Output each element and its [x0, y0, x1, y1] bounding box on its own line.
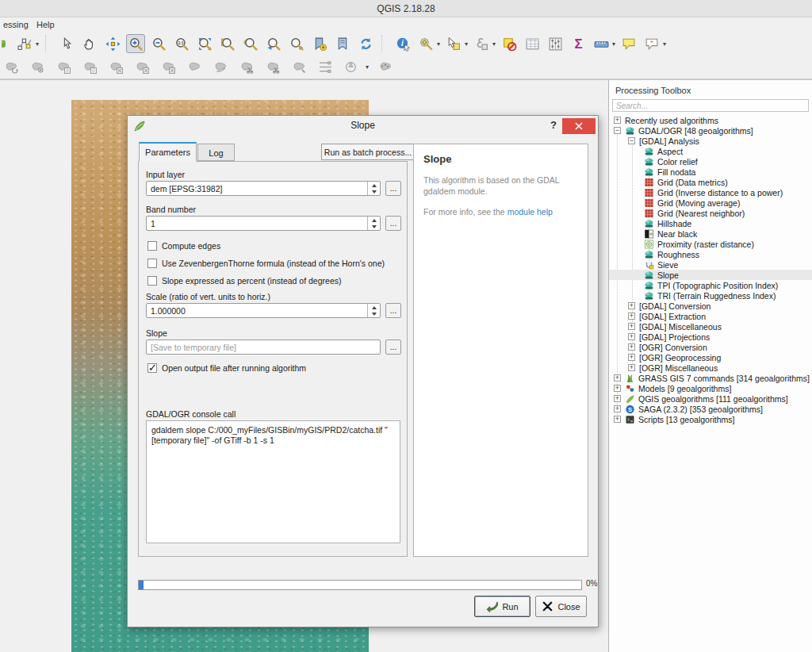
toolbox-tree-item[interactable]: +[GDAL] Conversion [609, 301, 812, 311]
dropdown-caret-icon[interactable]: ▾ [492, 40, 496, 48]
zoom-layer-icon[interactable] [218, 34, 237, 53]
close-button[interactable]: Close [535, 596, 587, 617]
refresh-icon[interactable] [356, 34, 375, 53]
toolbox-tree-item[interactable]: Slope [609, 270, 812, 280]
run-as-batch-button[interactable]: Run as batch process... [321, 144, 415, 160]
percent-row[interactable]: Slope expressed as percent (instead of d… [147, 276, 341, 286]
compute-edges-checkbox[interactable] [147, 241, 157, 251]
identify-icon[interactable]: i [393, 34, 412, 53]
toolbox-tree-item[interactable]: +Models [9 geoalgorithms] [609, 383, 812, 393]
spinner-arrows-icon[interactable] [367, 182, 380, 195]
spinner-arrows-icon[interactable] [367, 304, 380, 317]
zoom-selection-icon[interactable] [241, 34, 260, 53]
toolbox-tree-item[interactable]: −[GDAL] Analysis [609, 136, 812, 146]
toolbox-tree-item[interactable]: +Recently used algorithms [609, 115, 812, 125]
toolbox-tree-item[interactable]: −GDAL/OGR [48 geoalgorithms] [609, 125, 812, 136]
dropdown-caret-icon[interactable]: ▾ [465, 40, 468, 48]
toolbox-tree-item[interactable]: Sieve [609, 259, 812, 270]
collapse-minus-icon[interactable]: − [628, 137, 635, 144]
toolbox-tree-item[interactable]: Roughness [609, 249, 812, 259]
toolbox-tree-item[interactable]: +[OGR] Miscellaneous [609, 362, 812, 373]
tab-log[interactable]: Log [197, 144, 235, 161]
open-output-checkbox[interactable] [147, 363, 157, 373]
toolbox-tree-item[interactable]: +[OGR] Conversion [609, 342, 812, 352]
scale-browse-button[interactable]: ... [385, 303, 401, 318]
toolbox-tree-item[interactable]: Color relief [609, 156, 812, 167]
zoom-last-icon[interactable] [264, 34, 283, 53]
expand-plus-icon[interactable]: + [628, 364, 635, 371]
zevenbergen-checkbox[interactable] [147, 259, 157, 268]
zoom-full-icon[interactable] [195, 34, 214, 53]
toolbox-tree-item[interactable]: Fill nodata [609, 167, 812, 177]
pan-icon[interactable] [80, 34, 99, 53]
dropdown-caret-icon[interactable]: ▾ [437, 40, 440, 48]
dropdown-caret-icon[interactable]: ▾ [663, 40, 666, 48]
open-output-row[interactable]: Open output file after running algorithm [147, 363, 306, 373]
dialog-titlebar[interactable]: Slope ? [128, 116, 598, 136]
toolbox-tree-item[interactable]: +[GDAL] Miscellaneous [609, 321, 812, 332]
toolbox-tree-item[interactable]: +QGIS geoalgorithms [111 geoalgorithms] [609, 393, 812, 404]
dropdown-caret-icon[interactable]: ▾ [36, 40, 39, 48]
expand-plus-icon[interactable]: + [614, 385, 621, 392]
spinner-arrows-icon[interactable] [367, 217, 380, 230]
band-number-browse-button[interactable]: ... [385, 216, 401, 231]
slope-output-input[interactable]: [Save to temporary file] [146, 339, 381, 355]
expand-plus-icon[interactable]: + [614, 405, 621, 412]
toolbox-tree-item[interactable]: +GRASS GIS 7 commands [314 geoalgorithms… [609, 373, 812, 383]
slope-output-browse-button[interactable]: ... [385, 339, 401, 355]
expand-plus-icon[interactable]: + [614, 395, 621, 402]
expand-plus-icon[interactable]: + [628, 343, 635, 351]
toolbox-tree-item[interactable]: TPI (Topographic Position Index) [609, 280, 812, 290]
add-layer-partial-icon[interactable] [1, 34, 11, 53]
zoom-in-icon[interactable] [126, 34, 145, 53]
toolbox-tree-item[interactable]: Hillshade [609, 218, 812, 228]
expand-plus-icon[interactable]: + [614, 117, 621, 124]
measure-icon[interactable] [592, 34, 611, 53]
map-tips-icon[interactable] [619, 34, 638, 53]
deselect-all-icon[interactable] [500, 34, 519, 53]
select-features-icon[interactable] [444, 34, 463, 53]
node-tool-icon[interactable] [15, 34, 34, 53]
attribute-table-icon[interactable] [523, 34, 542, 53]
percent-checkbox[interactable] [147, 276, 157, 286]
console-call-box[interactable]: gdaldem slope C:/000_myFiles/GISBin/myGI… [146, 420, 400, 543]
input-layer-combo[interactable]: dem [EPSG:31982] [146, 181, 381, 196]
toolbox-tree-item[interactable]: Aspect [609, 146, 812, 156]
menu-help[interactable]: Help [33, 18, 58, 31]
expand-plus-icon[interactable]: + [628, 354, 635, 361]
compute-edges-row[interactable]: Compute edges [147, 241, 220, 251]
toolbox-tree-item[interactable]: Near black [609, 228, 812, 239]
toolbox-tree-item[interactable]: TRI (Terrain Ruggedness Index) [609, 290, 812, 301]
deselect-form-icon[interactable] [472, 34, 491, 53]
toolbox-search-input[interactable] [612, 99, 809, 112]
expand-plus-icon[interactable]: + [614, 416, 621, 423]
zoom-out-icon[interactable] [149, 34, 168, 53]
zevenbergen-row[interactable]: Use ZevenbergenThorne formula (instead o… [147, 259, 385, 268]
field-calculator-icon[interactable] [546, 34, 565, 53]
collapse-minus-icon[interactable]: − [614, 127, 621, 134]
zoom-actual-icon[interactable]: 1:1 [172, 34, 191, 53]
toolbox-tree-item[interactable]: +[OGR] Geoprocessing [609, 352, 812, 362]
expand-plus-icon[interactable]: + [628, 323, 635, 330]
select-expression-icon[interactable] [416, 34, 435, 53]
tab-parameters[interactable]: Parameters [139, 142, 197, 162]
dialog-help-button[interactable]: ? [550, 119, 557, 131]
annotation-icon[interactable]: * [642, 34, 661, 53]
expand-plus-icon[interactable]: + [628, 313, 635, 320]
scale-spinbox[interactable]: 1.000000 [146, 303, 381, 318]
run-button[interactable]: Run [474, 596, 530, 617]
toolbox-tree-item[interactable]: Proximity (raster distance) [609, 239, 812, 249]
toolbox-tree-item[interactable]: +[GDAL] Extraction [609, 311, 812, 321]
new-bookmark-icon[interactable] [310, 34, 329, 53]
expand-plus-icon[interactable]: + [614, 374, 621, 382]
dialog-close-button[interactable] [562, 118, 596, 134]
pan-to-selection-icon[interactable] [103, 34, 122, 53]
menu-processing-partial[interactable]: essing [0, 18, 32, 31]
toolbox-tree-item[interactable]: Grid (Moving average) [609, 198, 812, 208]
toolbox-tree-item[interactable]: Grid (Inverse distance to a power) [609, 187, 812, 198]
input-layer-browse-button[interactable]: ... [385, 181, 401, 196]
dropdown-caret-icon[interactable]: ▾ [612, 40, 615, 48]
module-help-link[interactable]: module help [508, 207, 553, 217]
toolbox-tree-item[interactable]: Grid (Data metrics) [609, 177, 812, 187]
toolbox-tree-item[interactable]: +SSAGA (2.3.2) [353 geoalgorithms] [609, 404, 812, 414]
